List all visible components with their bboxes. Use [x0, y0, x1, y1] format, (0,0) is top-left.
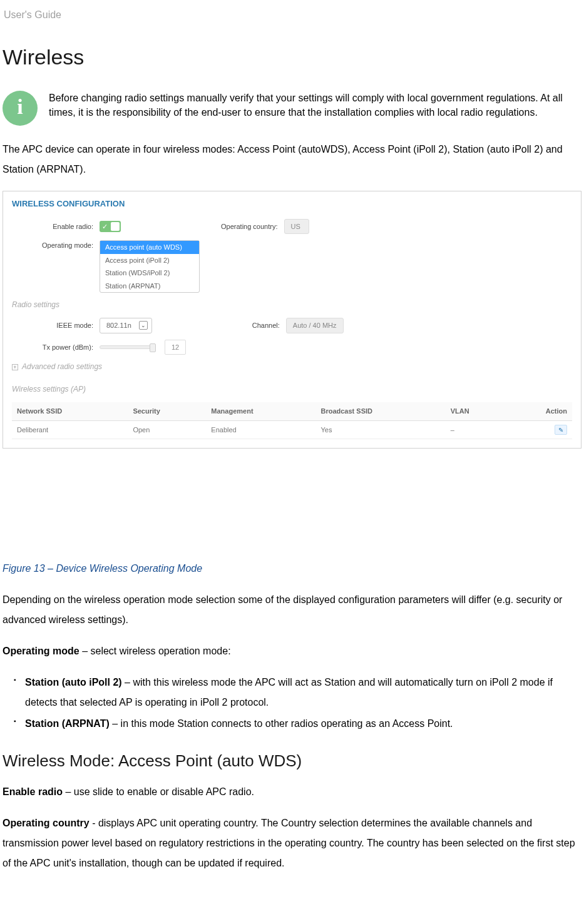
ssid-table: Network SSID Security Management Broadca…: [12, 402, 572, 439]
table-header-row: Network SSID Security Management Broadca…: [12, 402, 572, 420]
th-security: Security: [128, 402, 206, 420]
dropdown-ieee-mode[interactable]: 802.11n ⌄: [100, 318, 152, 333]
slider-thumb[interactable]: [150, 343, 156, 352]
panel-title: WIRELESS CONFIGURATION: [12, 198, 572, 210]
label-operating-mode: Operating mode:: [12, 240, 100, 251]
label-tx-power: Tx power (dBm):: [12, 342, 100, 353]
info-icon-wrap: i: [3, 91, 38, 126]
section-heading-wireless: Wireless: [3, 41, 581, 73]
th-broadcast: Broadcast SSID: [315, 402, 445, 420]
mode-option-0[interactable]: Access point (auto WDS): [100, 241, 199, 254]
subheader-radio-settings: Radio settings: [12, 299, 572, 310]
mode-option-2[interactable]: Station (WDS/iPoll 2): [100, 267, 199, 280]
para-depends: Depending on the wireless operation mode…: [3, 590, 581, 630]
para-enable-radio: Enable radio – use slide to enable or di…: [3, 782, 581, 802]
section-heading-ap-autowds: Wireless Mode: Access Point (auto WDS): [3, 749, 581, 773]
plus-icon: +: [12, 364, 18, 370]
row-tx-power: Tx power (dBm): 12: [12, 340, 572, 355]
info-callout: i Before changing radio settings manuall…: [3, 91, 581, 126]
info-icon: i: [3, 91, 38, 126]
figure-spacer: [3, 455, 581, 561]
cell-mgmt: Enabled: [206, 420, 315, 439]
label-enable-radio-bold: Enable radio: [3, 786, 63, 797]
mode-option-3[interactable]: Station (ARPNAT): [100, 280, 199, 293]
list-item: Station (auto iPoll 2) – with this wirel…: [14, 673, 581, 713]
page-header: User's Guide: [0, 0, 584, 23]
chevron-down-icon: ⌄: [139, 321, 148, 330]
label-channel: Channel:: [252, 320, 286, 331]
pencil-icon: ✎: [558, 425, 563, 435]
th-vlan: VLAN: [446, 402, 506, 420]
toggle-enable-radio[interactable]: [100, 221, 121, 232]
th-action: Action: [506, 402, 572, 420]
wireless-config-screenshot: WIRELESS CONFIGURATION Enable radio: Ope…: [3, 191, 581, 449]
header-title: User's Guide: [4, 9, 61, 20]
label-operating-country-bold: Operating country: [3, 818, 90, 828]
mode-bullet-list: Station (auto iPoll 2) – with this wirel…: [3, 673, 581, 734]
figure-caption: Figure 13 – Device Wireless Operating Mo…: [3, 561, 581, 576]
mode-option-1[interactable]: Access point (iPoll 2): [100, 254, 199, 267]
bullet-bold-1: Station (ARPNAT): [25, 718, 110, 729]
value-ieee-mode: 802.11n: [106, 320, 131, 331]
intro-paragraph: The APC device can operate in four wirel…: [3, 140, 581, 180]
row-operating-mode: Operating mode: Access point (auto WDS) …: [12, 240, 572, 293]
value-operating-country: US: [284, 219, 309, 235]
subheader-wireless-settings: Wireless settings (AP): [12, 383, 572, 395]
value-channel[interactable]: Auto / 40 MHz: [286, 318, 344, 333]
label-operating-mode-bold: Operating mode: [3, 646, 79, 656]
select-operating-mode[interactable]: Access point (auto WDS) Access point (iP…: [100, 240, 200, 293]
cell-security: Open: [128, 420, 206, 439]
cell-broadcast: Yes: [315, 420, 445, 439]
label-enable-radio: Enable radio:: [12, 221, 100, 232]
para-operating-country: Operating country - displays APC unit op…: [3, 813, 581, 873]
page-content: Wireless i Before changing radio setting…: [0, 23, 584, 903]
row-ieee-mode: IEEE mode: 802.11n ⌄ Channel: Auto / 40 …: [12, 318, 572, 333]
info-text: Before changing radio settings manually …: [49, 91, 581, 119]
edit-button[interactable]: ✎: [555, 425, 567, 435]
value-tx-power[interactable]: 12: [165, 340, 186, 355]
label-ieee-mode: IEEE mode:: [12, 320, 100, 331]
para-operating-mode: Operating mode – select wireless operati…: [3, 641, 581, 661]
label-operating-country: Operating country:: [221, 221, 284, 232]
th-ssid: Network SSID: [12, 402, 128, 420]
expand-advanced-radio[interactable]: +Advanced radio settings: [12, 361, 572, 372]
cell-vlan: –: [446, 420, 506, 439]
cell-action: ✎: [506, 420, 572, 439]
slider-tx-power[interactable]: [100, 345, 156, 349]
row-enable-radio: Enable radio: Operating country: US: [12, 219, 572, 235]
list-item: Station (ARPNAT) – in this mode Station …: [14, 714, 581, 734]
bullet-bold-0: Station (auto iPoll 2): [25, 677, 122, 688]
th-mgmt: Management: [206, 402, 315, 420]
table-row: Deliberant Open Enabled Yes – ✎: [12, 420, 572, 439]
cell-ssid: Deliberant: [12, 420, 128, 439]
